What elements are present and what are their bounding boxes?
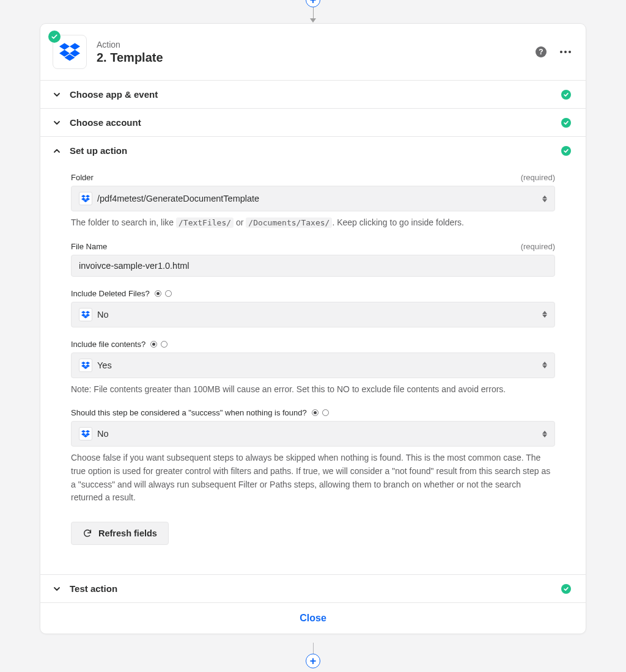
field-label: File Name — [71, 242, 107, 251]
radio-option[interactable] — [150, 341, 157, 348]
required-label: (required) — [521, 242, 555, 251]
radio-group — [150, 341, 168, 348]
help-text-part: or — [234, 217, 246, 227]
field-include-deleted: Include Deleted Files? No — [71, 289, 555, 327]
radio-option[interactable] — [322, 409, 329, 416]
field-label-row: Include file contents? — [71, 340, 555, 349]
dropbox-icon — [79, 308, 92, 321]
chevron-down-icon — [53, 119, 61, 126]
section-setup-action: Set up action Folder (required) /pdf4met… — [40, 136, 586, 574]
field-label: Should this step be considered a "succes… — [71, 408, 307, 417]
radio-option[interactable] — [161, 341, 168, 348]
radio-group — [155, 290, 172, 297]
chevron-up-icon — [53, 147, 61, 155]
status-complete-icon — [561, 118, 571, 128]
chevron-down-icon — [53, 91, 61, 98]
section-title: Choose account — [70, 117, 141, 128]
close-row: Close — [40, 602, 586, 634]
select-sort-icon — [542, 362, 547, 368]
help-text-part: The folder to search in, like — [71, 217, 176, 227]
radio-option[interactable] — [312, 409, 319, 416]
help-icon[interactable]: ? — [536, 46, 547, 57]
svg-marker-1 — [70, 43, 80, 50]
svg-marker-5 — [81, 195, 86, 198]
section-setup-header[interactable]: Set up action — [40, 136, 586, 164]
success-value: No — [97, 429, 109, 439]
required-label: (required) — [521, 173, 555, 182]
radio-option[interactable] — [155, 290, 161, 297]
step-title: 2. Template — [97, 51, 163, 65]
help-text-part: . Keep clicking to go inside folders. — [332, 217, 464, 227]
field-file-name: File Name (required) invoivce-sample-ver… — [71, 242, 555, 277]
header-actions: ? — [536, 46, 571, 57]
file-name-input[interactable]: invoivce-sample-ver1.0.html — [71, 255, 555, 277]
code-sample: /Documents/Taxes/ — [246, 217, 332, 228]
refresh-fields-button[interactable]: Refresh fields — [71, 522, 169, 545]
close-button[interactable]: Close — [300, 613, 326, 624]
field-label-row: File Name (required) — [71, 242, 555, 251]
card-header: Action 2. Template ? — [40, 24, 586, 80]
flow-connector-top: + — [306, 0, 320, 23]
radio-group — [312, 409, 329, 416]
svg-marker-16 — [86, 362, 90, 365]
chevron-down-icon — [53, 585, 61, 593]
section-choose-app[interactable]: Choose app & event — [40, 80, 586, 108]
select-sort-icon — [542, 195, 547, 202]
contents-help: Note: File contents greater than 100MB w… — [71, 383, 555, 396]
field-include-contents: Include file contents? Yes Note: File co… — [71, 340, 555, 396]
status-complete-icon — [561, 146, 571, 156]
svg-marker-6 — [86, 195, 90, 198]
field-success: Should this step be considered a "succes… — [71, 408, 555, 505]
dropbox-icon — [79, 359, 92, 372]
dropbox-icon — [79, 427, 92, 440]
field-label-row: Include Deleted Files? — [71, 289, 555, 298]
dropbox-icon — [59, 43, 80, 61]
code-sample: /TextFiles/ — [176, 217, 234, 228]
step-subtitle: Action — [97, 40, 163, 49]
field-folder: Folder (required) /pdf4metest/GenerateDo… — [71, 173, 555, 230]
app-icon — [53, 35, 87, 69]
svg-marker-15 — [81, 362, 86, 365]
field-label: Include Deleted Files? — [71, 289, 150, 298]
section-choose-account[interactable]: Choose account — [40, 108, 586, 136]
include-contents-select[interactable]: Yes — [71, 352, 555, 378]
connector-line — [313, 643, 314, 654]
flow-connector-bottom: + — [306, 643, 320, 668]
folder-value: /pdf4metest/GenerateDocumentTemplate — [97, 194, 259, 203]
include-deleted-select[interactable]: No — [71, 302, 555, 327]
svg-marker-10 — [81, 311, 86, 314]
check-icon — [51, 33, 58, 40]
select-sort-icon — [542, 431, 547, 437]
field-label-row: Folder (required) — [71, 173, 555, 182]
refresh-icon — [83, 528, 92, 538]
include-contents-value: Yes — [97, 360, 112, 370]
radio-option[interactable] — [165, 290, 172, 297]
field-label: Folder — [71, 173, 94, 182]
folder-help: The folder to search in, like /TextFiles… — [71, 216, 555, 230]
include-deleted-value: No — [97, 310, 109, 320]
success-select[interactable]: No — [71, 421, 555, 447]
svg-marker-20 — [81, 430, 86, 433]
status-complete-icon — [561, 584, 571, 594]
more-menu-icon[interactable] — [560, 51, 571, 53]
header-text: Action 2. Template — [97, 40, 163, 65]
section-title: Set up action — [70, 145, 127, 156]
svg-marker-11 — [86, 311, 90, 314]
arrow-down-icon — [310, 18, 316, 23]
field-label-row: Should this step be considered a "succes… — [71, 408, 555, 417]
connector-line — [313, 7, 314, 18]
check-badge-icon — [48, 31, 61, 43]
add-step-button[interactable]: + — [306, 0, 320, 7]
section-title: Test action — [70, 583, 117, 594]
select-sort-icon — [542, 311, 547, 318]
refresh-label: Refresh fields — [98, 528, 157, 538]
dropbox-icon — [79, 192, 92, 205]
step-card: Action 2. Template ? Choose app & event … — [40, 23, 586, 634]
file-name-value: invoivce-sample-ver1.0.html — [79, 261, 190, 271]
svg-marker-21 — [86, 430, 90, 433]
add-step-button[interactable]: + — [306, 654, 320, 668]
section-test-action[interactable]: Test action — [40, 574, 586, 602]
success-help: Choose false if you want subsequent step… — [71, 451, 555, 505]
folder-select[interactable]: /pdf4metest/GenerateDocumentTemplate — [71, 186, 555, 211]
status-complete-icon — [561, 90, 571, 100]
